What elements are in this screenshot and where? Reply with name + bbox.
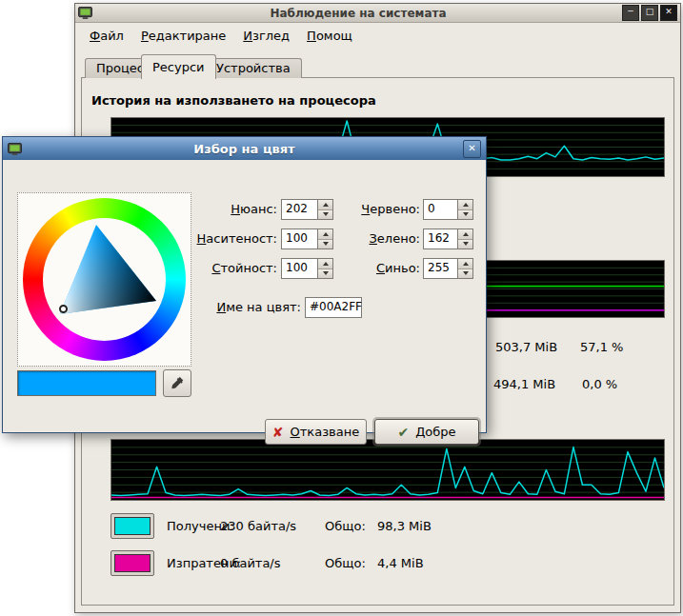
sent-color-button[interactable] [110, 550, 154, 576]
hue-value[interactable]: 202 [282, 200, 317, 219]
color-picker-dialog: Избор на цвят ✕ [2, 136, 487, 433]
memory-used-percent: 57,1 % [580, 340, 623, 354]
red-decrement-button[interactable] [458, 210, 472, 220]
green-value[interactable]: 162 [424, 229, 457, 248]
value-spinbox[interactable]: 100 [281, 258, 333, 279]
menu-help[interactable]: Помощ [298, 26, 361, 46]
red-increment-button[interactable] [458, 200, 472, 210]
cancel-icon: ✘ [272, 425, 284, 440]
red-spinbox[interactable]: 0 [423, 199, 473, 220]
menu-file[interactable]: Файл [81, 26, 132, 46]
saturation-value[interactable]: 100 [282, 229, 317, 248]
dialog-body: Нюанс: 202 Наситеност: 100 Стойност: 100 [3, 160, 486, 432]
menu-edit[interactable]: Редактиране [132, 26, 234, 46]
value-value[interactable]: 100 [282, 259, 317, 278]
window-title: Наблюдение на системата [96, 7, 620, 20]
received-total: 98,3 MiB [377, 519, 432, 533]
sv-selector[interactable] [59, 305, 68, 313]
blue-increment-button[interactable] [458, 259, 472, 269]
blue-decrement-button[interactable] [458, 269, 472, 279]
received-color-button[interactable] [110, 513, 154, 539]
ok-button[interactable]: ✔ Добре [374, 419, 479, 445]
cpu-history-title: История на използването на процесора [91, 93, 376, 108]
value-label: Стойност: [146, 261, 277, 275]
blue-spin-arrows [457, 259, 472, 278]
sent-rate: 0 байта/s [220, 556, 281, 570]
hue-label: Нюанс: [146, 202, 277, 216]
tab-devices[interactable]: Устройства [205, 58, 302, 78]
eyedropper-icon [171, 375, 185, 392]
color-name-label: Име на цвят: [146, 300, 301, 314]
main-titlebar[interactable]: Наблюдение на системата ─ □ ✕ [75, 4, 680, 23]
green-spinbox[interactable]: 162 [423, 229, 473, 249]
saturation-spinbox[interactable]: 100 [281, 229, 333, 249]
sent-total: 4,4 MiB [377, 556, 424, 570]
blue-label: Синьо: [327, 261, 420, 275]
saturation-label: Наситеност: [146, 231, 277, 246]
blue-spinbox[interactable]: 255 [423, 258, 473, 279]
red-value[interactable]: 0 [424, 200, 457, 219]
maximize-button[interactable]: □ [641, 5, 658, 21]
minimize-button[interactable]: ─ [622, 5, 639, 21]
dialog-titlebar[interactable]: Избор на цвят ✕ [3, 137, 486, 160]
close-button[interactable]: ✕ [660, 5, 677, 21]
hue-spinbox[interactable]: 202 [281, 199, 333, 220]
color-wheel[interactable] [17, 192, 191, 367]
ok-icon: ✔ [397, 425, 409, 440]
cancel-button-label: Отказване [291, 425, 360, 439]
memory-used-value: 503,7 MiB [495, 340, 557, 354]
dialog-close-button[interactable]: ✕ [463, 140, 481, 158]
red-spin-arrows [457, 200, 472, 219]
color-name-input[interactable]: #00A2FF [305, 297, 362, 318]
app-icon [78, 7, 92, 19]
network-history-chart [110, 439, 665, 501]
tab-resources[interactable]: Ресурси [141, 54, 216, 79]
cancel-button[interactable]: ✘ Отказване [265, 419, 367, 445]
green-spin-arrows [457, 229, 472, 248]
dialog-icon [8, 143, 22, 155]
swap-used-value: 494,1 MiB [493, 377, 555, 391]
ok-button-label: Добре [415, 425, 455, 439]
swap-used-percent: 0,0 % [582, 377, 617, 391]
red-label: Червено: [327, 202, 420, 216]
menubar: Файл Редактиране Изглед Помощ [76, 24, 679, 48]
green-increment-button[interactable] [458, 229, 472, 240]
eyedropper-button[interactable] [163, 369, 191, 397]
sent-color-fill [114, 554, 151, 572]
color-preview [17, 370, 156, 396]
received-rate: 230 байта/s [220, 519, 296, 533]
green-label: Зелено: [327, 231, 420, 246]
received-total-label: Общо: [325, 519, 366, 533]
dialog-title: Избор на цвят [26, 142, 463, 156]
green-decrement-button[interactable] [458, 240, 472, 249]
received-color-fill [114, 517, 151, 535]
sent-total-label: Общо: [325, 556, 366, 570]
blue-value[interactable]: 255 [424, 259, 457, 278]
menu-view[interactable]: Изглед [234, 26, 298, 46]
